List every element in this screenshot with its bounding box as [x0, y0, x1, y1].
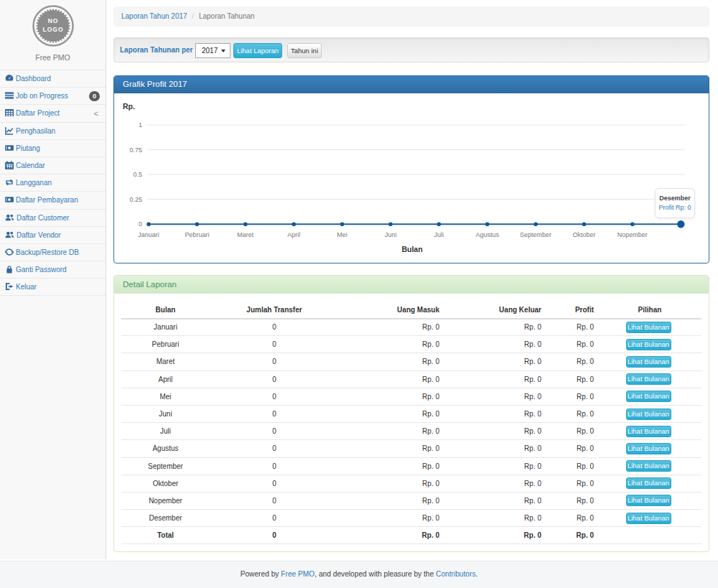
svg-text:Januari: Januari	[138, 231, 159, 238]
svg-text:Nopember: Nopember	[617, 231, 648, 238]
svg-text:Agustus: Agustus	[475, 231, 499, 238]
svg-text:LOGO: LOGO	[42, 26, 63, 33]
svg-text:Oktober: Oktober	[572, 231, 595, 238]
svg-text:Juli: Juli	[434, 231, 444, 238]
svg-text:0.5: 0.5	[133, 171, 142, 178]
svg-text:Maret: Maret	[237, 231, 254, 238]
svg-text:September: September	[520, 231, 551, 238]
svg-text:0: 0	[139, 220, 142, 228]
svg-text:0.25: 0.25	[129, 196, 142, 203]
svg-text:NO: NO	[47, 17, 58, 24]
svg-text:Juni: Juni	[385, 231, 397, 238]
svg-text:Pebruari: Pebruari	[185, 231, 209, 238]
svg-text:0.75: 0.75	[129, 146, 142, 154]
svg-text:April: April	[287, 231, 300, 238]
svg-text:Mei: Mei	[337, 231, 348, 238]
svg-text:Rp.: Rp.	[123, 102, 135, 111]
svg-text:1: 1	[139, 121, 142, 129]
svg-text:Bulan: Bulan	[401, 245, 422, 253]
